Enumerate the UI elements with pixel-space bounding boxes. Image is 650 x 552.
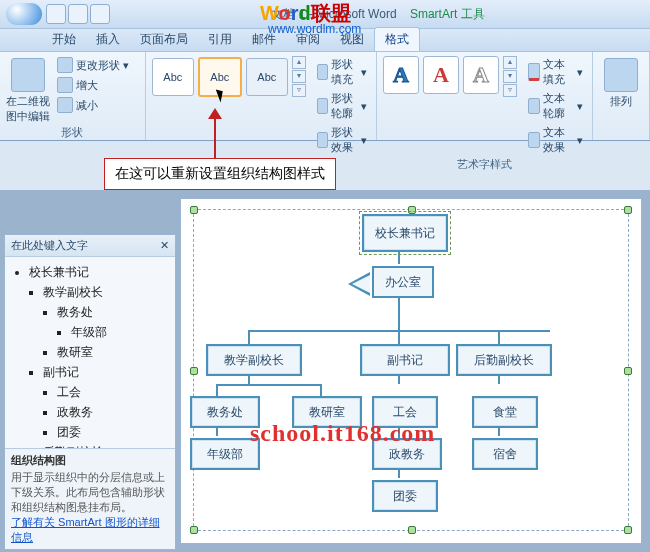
wordart-style-1[interactable]: A [383, 56, 419, 94]
shrink-button[interactable]: 减小 [54, 96, 132, 114]
org-node-l2-0[interactable]: 教学副校长 [206, 344, 302, 376]
text-pane-close-icon[interactable]: ✕ [160, 239, 169, 252]
text-pane-item[interactable]: 教学副校长教务处年级部教研室 [43, 284, 173, 361]
text-effects-button[interactable]: 文本效果 ▾ [525, 124, 586, 156]
text-pane-item[interactable]: 副书记工会政教务团委 [43, 364, 173, 441]
enlarge-button[interactable]: 增大 [54, 76, 132, 94]
group-wordart-styles: A A A ▴▾▿ 文本填充 ▾ 文本轮廓 ▾ 文本效果 ▾ 艺术字样式 [377, 52, 593, 140]
shape-effects-button[interactable]: 形状效果 ▾ [314, 124, 370, 156]
change-shape-icon [57, 57, 73, 73]
annotation-arrow-line [214, 110, 216, 158]
tab-mailings[interactable]: 邮件 [242, 28, 286, 51]
shrink-icon [57, 97, 73, 113]
qat-save[interactable] [46, 4, 66, 24]
change-shape-button[interactable]: 更改形状 ▾ [54, 56, 132, 74]
org-node-l2-2[interactable]: 后勤副校长 [456, 344, 552, 376]
text-pane-list[interactable]: 校长兼书记教学副校长教务处年级部教研室副书记工会政教务团委后勤副校长 [5, 257, 175, 448]
workspace: 在此处键入文字 ✕ 校长兼书记教学副校长教务处年级部教研室副书记工会政教务团委后… [0, 190, 650, 552]
text-pane-item[interactable]: 团委 [57, 424, 173, 441]
group-shape-styles: Abc Abc Abc ▴▾▿ 形状填充 ▾ 形状轮廓 ▾ 形状效果 ▾ 形状样… [146, 52, 377, 140]
group-shapes: 在二维视图中编辑 更改形状 ▾ 增大 减小 形状 [0, 52, 146, 140]
text-effects-icon [528, 132, 540, 148]
shape-style-3[interactable]: Abc [246, 58, 288, 96]
effects-icon [317, 132, 328, 148]
shape-style-gallery-scroll[interactable]: ▴▾▿ [292, 56, 306, 97]
shape-outline-button[interactable]: 形状轮廓 ▾ [314, 90, 370, 122]
qat-undo[interactable] [68, 4, 88, 24]
org-node-l4-2[interactable]: 宿舍 [472, 438, 538, 470]
text-fill-icon [528, 63, 540, 81]
group-arrange: 排列 [593, 52, 650, 140]
tab-review[interactable]: 审阅 [286, 28, 330, 51]
text-outline-icon [528, 98, 540, 114]
org-node-l2-1[interactable]: 副书记 [360, 344, 450, 376]
org-node-assistant[interactable]: 办公室 [372, 266, 434, 298]
ribbon-tabs: 开始 插入 页面布局 引用 邮件 审阅 视图 格式 [0, 29, 650, 52]
org-node-root[interactable]: 校长兼书记 [362, 214, 448, 252]
wordart-style-3[interactable]: A [463, 56, 499, 94]
smartart-text-pane[interactable]: 在此处键入文字 ✕ 校长兼书记教学副校长教务处年级部教研室副书记工会政教务团委后… [4, 234, 176, 550]
tab-home[interactable]: 开始 [42, 28, 86, 51]
org-node-l3-1[interactable]: 教研室 [292, 396, 362, 428]
smartart-org-chart[interactable]: 校长兼书记 办公室 教学副校长 副书记 后勤副校长 教务处 教研室 工会 食堂 … [193, 209, 629, 531]
org-node-l4-1[interactable]: 政教务 [372, 438, 442, 470]
org-node-l3-2[interactable]: 工会 [372, 396, 438, 428]
qat-redo[interactable] [90, 4, 110, 24]
annotation-callout: 在这可以重新设置组织结构图样式 [104, 158, 336, 190]
tab-insert[interactable]: 插入 [86, 28, 130, 51]
org-node-l4-0[interactable]: 年级部 [190, 438, 260, 470]
edit-2d-icon [11, 58, 45, 92]
tab-references[interactable]: 引用 [198, 28, 242, 51]
text-pane-item[interactable]: 年级部 [71, 324, 173, 341]
shape-fill-button[interactable]: 形状填充 ▾ [314, 56, 370, 88]
tab-pagelayout[interactable]: 页面布局 [130, 28, 198, 51]
org-node-l3-3[interactable]: 食堂 [472, 396, 538, 428]
text-pane-description: 组织结构图 用于显示组织中的分层信息或上下级关系。此布局包含辅助形状和组织结构图… [5, 448, 175, 549]
text-pane-item[interactable]: 教务处年级部 [57, 304, 173, 341]
office-button[interactable] [6, 3, 42, 25]
learn-more-link[interactable]: 了解有关 SmartArt 图形的详细信息 [11, 516, 160, 543]
shape-style-1[interactable]: Abc [152, 58, 194, 96]
shape-style-2[interactable]: Abc [198, 57, 242, 97]
arrange-icon [604, 58, 638, 92]
edit-in-2d-button[interactable]: 在二维视图中编辑 [6, 56, 50, 124]
document-canvas[interactable]: 校长兼书记 办公室 教学副校长 副书记 后勤副校长 教务处 教研室 工会 食堂 … [180, 198, 642, 544]
outline-icon [317, 98, 328, 114]
ribbon: 在二维视图中编辑 更改形状 ▾ 增大 减小 形状 Abc Abc Abc ▴▾▿ [0, 52, 650, 141]
text-outline-button[interactable]: 文本轮廓 ▾ [525, 90, 586, 122]
tab-view[interactable]: 视图 [330, 28, 374, 51]
enlarge-icon [57, 77, 73, 93]
text-pane-title: 在此处键入文字 [11, 238, 88, 253]
text-pane-item[interactable]: 教研室 [57, 344, 173, 361]
org-node-l5-0[interactable]: 团委 [372, 480, 438, 512]
group-wordart-label: 艺术字样式 [383, 156, 586, 172]
wordart-gallery-scroll[interactable]: ▴▾▿ [503, 56, 517, 97]
text-pane-item[interactable]: 校长兼书记教学副校长教务处年级部教研室副书记工会政教务团委后勤副校长 [29, 264, 173, 448]
arrange-button[interactable]: 排列 [599, 56, 643, 109]
tab-format[interactable]: 格式 [374, 27, 420, 51]
title-bar: 文档 1 - Microsoft Word SmartArt 工具 [0, 0, 650, 29]
group-shapes-label: 形状 [6, 124, 139, 140]
window-title: 文档 1 - Microsoft Word SmartArt 工具 [112, 6, 644, 23]
text-fill-button[interactable]: 文本填充 ▾ [525, 56, 586, 88]
fill-icon [317, 64, 328, 80]
text-pane-item[interactable]: 政教务 [57, 404, 173, 421]
text-pane-item[interactable]: 工会 [57, 384, 173, 401]
wordart-style-2[interactable]: A [423, 56, 459, 94]
org-node-l3-0[interactable]: 教务处 [190, 396, 260, 428]
